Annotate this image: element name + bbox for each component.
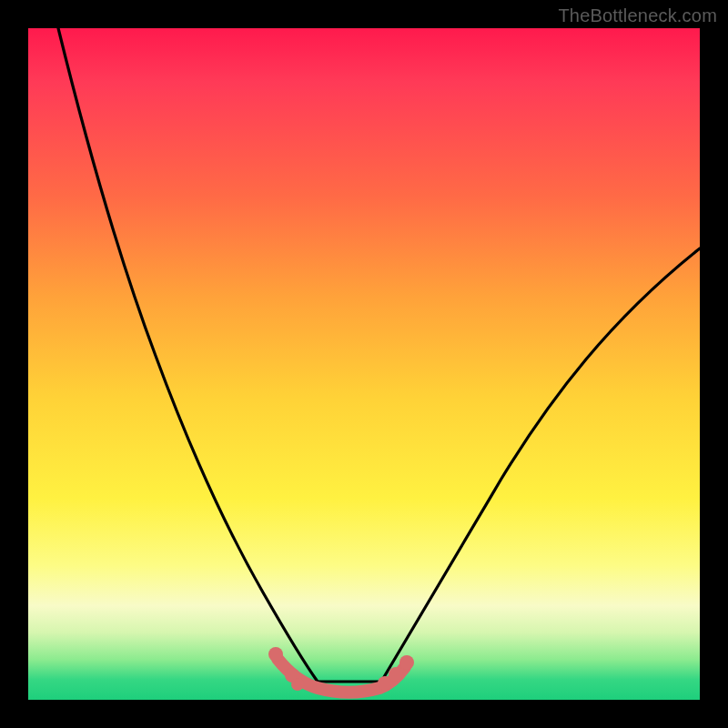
highlight-dot [399,655,414,670]
chart-frame: TheBottleneck.com [0,0,728,728]
plot-area [28,28,700,700]
highlight-dot [291,678,304,691]
highlight-dot [389,667,403,682]
bottleneck-curve [58,28,700,682]
watermark-text: TheBottleneck.com [558,5,717,26]
highlight-dot [268,647,283,662]
chart-svg [28,28,700,700]
